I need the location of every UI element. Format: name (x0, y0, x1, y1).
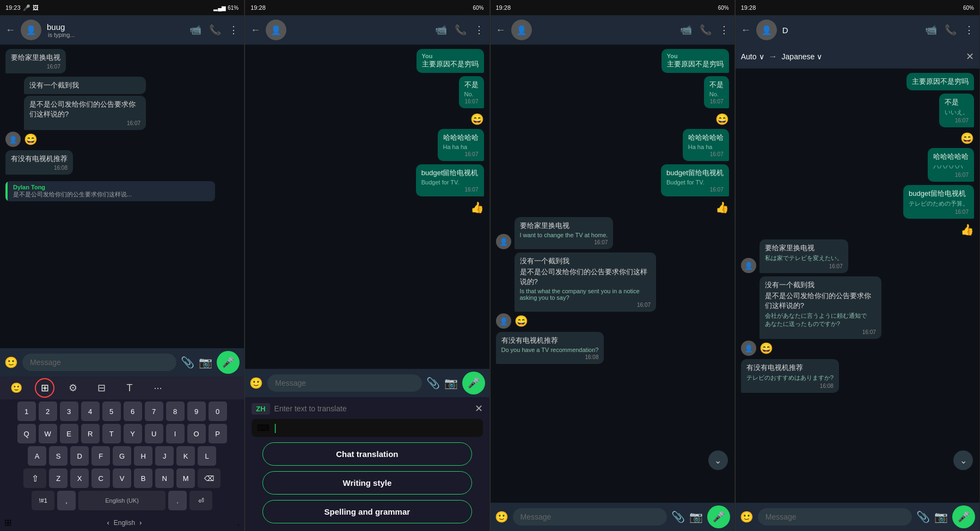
key-v[interactable]: V (113, 468, 131, 488)
keyboard-period-icon[interactable]: . (237, 518, 240, 528)
camera-icon-4[interactable]: 📷 (934, 510, 948, 523)
more-icon-2[interactable]: ⋮ (474, 24, 484, 36)
close-translation-icon[interactable]: ✕ (966, 51, 974, 63)
key-3[interactable]: 3 (60, 402, 78, 421)
message-input-4[interactable] (758, 508, 912, 526)
key-e[interactable]: E (60, 424, 78, 443)
sticker-tool[interactable]: ⊞ (35, 378, 54, 398)
mic-button-1[interactable]: 🎤 (217, 351, 240, 374)
keyboard-grid-icon[interactable]: ⊞ (4, 517, 11, 528)
key-b[interactable]: B (134, 468, 152, 488)
key-u[interactable]: U (145, 424, 163, 443)
key-period[interactable]: . (168, 491, 187, 510)
key-f[interactable]: F (91, 446, 110, 466)
key-q[interactable]: Q (17, 424, 36, 443)
target-lang-selector[interactable]: Japanese ∨ (782, 52, 823, 61)
key-r[interactable]: R (81, 424, 100, 443)
video-call-icon-3[interactable]: 📹 (680, 24, 692, 36)
key-enter[interactable]: ⏎ (189, 491, 212, 510)
attach-icon-4[interactable]: 📎 (916, 510, 930, 523)
video-call-icon-1[interactable]: 📹 (189, 24, 201, 36)
chat-translation-button[interactable]: Chat translation (262, 442, 471, 466)
key-space[interactable]: English (UK) (78, 491, 166, 510)
scroll-down-button-4[interactable]: ⌄ (953, 450, 973, 470)
message-input-1[interactable] (22, 354, 176, 371)
key-d[interactable]: D (70, 446, 89, 466)
key-w[interactable]: W (39, 424, 57, 443)
emoji-icon-4[interactable]: 🙂 (740, 510, 754, 523)
key-s[interactable]: S (49, 446, 68, 466)
key-4[interactable]: 4 (81, 402, 100, 421)
key-m[interactable]: M (176, 468, 195, 488)
key-9[interactable]: 9 (187, 402, 206, 421)
source-lang-selector[interactable]: Auto ∨ (741, 52, 764, 61)
back-icon-3[interactable]: ← (496, 24, 506, 36)
back-icon-4[interactable]: ← (741, 24, 751, 36)
key-1[interactable]: 1 (17, 402, 36, 421)
back-icon-2[interactable]: ← (250, 24, 260, 36)
key-g[interactable]: G (113, 446, 131, 466)
key-h[interactable]: H (134, 446, 152, 466)
more-tool[interactable]: ··· (148, 378, 168, 398)
key-5[interactable]: 5 (102, 402, 121, 421)
emoji-icon-1[interactable]: 🙂 (4, 356, 18, 369)
key-t[interactable]: T (102, 424, 121, 443)
key-a[interactable]: A (28, 446, 46, 466)
lang-next[interactable]: › (139, 518, 142, 527)
more-icon-4[interactable]: ⋮ (964, 24, 974, 36)
key-x[interactable]: X (70, 468, 89, 488)
key-8[interactable]: 8 (166, 402, 185, 421)
key-comma[interactable]: , (57, 491, 76, 510)
layout-tool[interactable]: ⊟ (91, 378, 111, 398)
key-k[interactable]: K (176, 446, 195, 466)
key-n[interactable]: N (155, 468, 174, 488)
back-icon-1[interactable]: ← (5, 24, 15, 36)
key-num-sym[interactable]: !#1 (32, 491, 54, 510)
more-icon-3[interactable]: ⋮ (719, 24, 729, 36)
video-call-icon-4[interactable]: 📹 (925, 24, 937, 36)
translation-close-icon[interactable]: ✕ (475, 403, 483, 415)
translation-input[interactable] (274, 404, 470, 413)
mic-button-2[interactable]: 🎤 (462, 372, 485, 394)
key-backspace[interactable]: ⌫ (198, 468, 220, 488)
attach-icon-3[interactable]: 📎 (671, 510, 685, 523)
key-z[interactable]: Z (49, 468, 68, 488)
mic-button-3[interactable]: 🎤 (707, 505, 730, 528)
message-input-3[interactable] (513, 508, 667, 526)
key-7[interactable]: 7 (145, 402, 163, 421)
more-icon-1[interactable]: ⋮ (229, 24, 238, 36)
mic-button-4[interactable]: 🎤 (952, 505, 975, 528)
key-j[interactable]: J (155, 446, 174, 466)
lang-prev[interactable]: ‹ (107, 518, 109, 527)
writing-style-button[interactable]: Writing style (262, 471, 471, 495)
key-shift[interactable]: ⇧ (23, 468, 46, 488)
camera-icon-3[interactable]: 📷 (689, 510, 703, 523)
settings-tool[interactable]: ⚙ (63, 378, 83, 398)
chat-header-3: ← 👤 📹 📞 ⋮ (491, 15, 734, 45)
key-i[interactable]: I (166, 424, 185, 443)
key-0[interactable]: 0 (209, 402, 227, 421)
call-icon-1[interactable]: 📞 (209, 24, 221, 36)
video-call-icon-2[interactable]: 📹 (435, 24, 447, 36)
attach-icon-2[interactable]: 📎 (426, 376, 440, 390)
text-tool[interactable]: T (120, 378, 139, 398)
key-l[interactable]: L (198, 446, 216, 466)
spelling-grammar-button[interactable]: Spelling and grammar (262, 500, 471, 523)
key-o[interactable]: O (187, 424, 206, 443)
camera-icon-1[interactable]: 📷 (199, 356, 212, 369)
message-input-2[interactable] (267, 374, 421, 392)
key-y[interactable]: Y (124, 424, 142, 443)
key-c[interactable]: C (91, 468, 110, 488)
attach-icon-1[interactable]: 📎 (181, 356, 194, 369)
scroll-down-button-3[interactable]: ⌄ (708, 450, 728, 470)
key-2[interactable]: 2 (39, 402, 57, 421)
camera-icon-2[interactable]: 📷 (444, 376, 458, 390)
emoji-icon-3[interactable]: 🙂 (495, 510, 509, 523)
emoji-icon-2[interactable]: 🙂 (249, 376, 263, 390)
emoji-tool[interactable]: 🙂 (7, 378, 26, 398)
call-icon-3[interactable]: 📞 (700, 24, 712, 36)
call-icon-2[interactable]: 📞 (455, 24, 467, 36)
key-p[interactable]: P (209, 424, 227, 443)
key-6[interactable]: 6 (124, 402, 142, 421)
call-icon-4[interactable]: 📞 (945, 24, 957, 36)
